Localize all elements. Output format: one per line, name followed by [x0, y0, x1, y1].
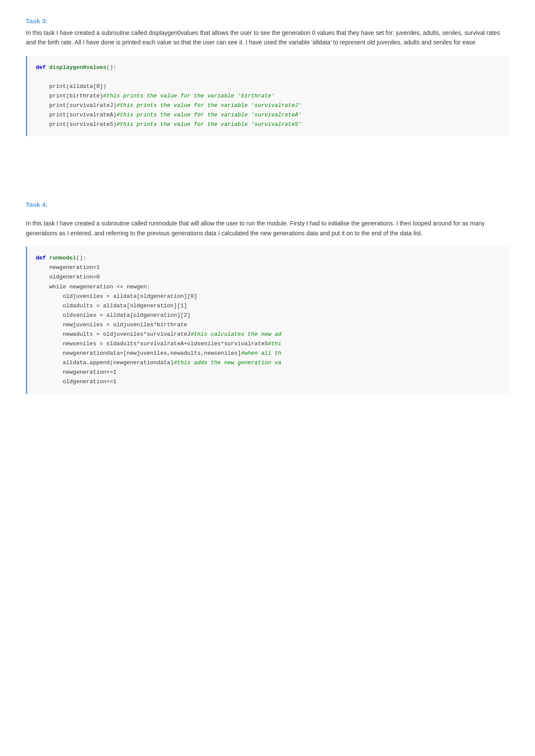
task4-code: def runmodel(): newgeneration=1 oldgener… [26, 247, 509, 394]
task4-description: In this task I have created a subroutine… [26, 219, 509, 238]
task3-section: Task 3: In this task I have created a su… [26, 17, 509, 136]
task4-heading: Task 4: [26, 201, 509, 208]
task3-code: def displaygen0values(): print(alldata[0… [26, 56, 509, 137]
task4-section: Task 4: In this task I have created a su… [26, 201, 509, 394]
task3-description: In this task I have created a subroutine… [26, 28, 509, 47]
spacer [26, 153, 509, 179]
task3-heading: Task 3: [26, 17, 509, 25]
